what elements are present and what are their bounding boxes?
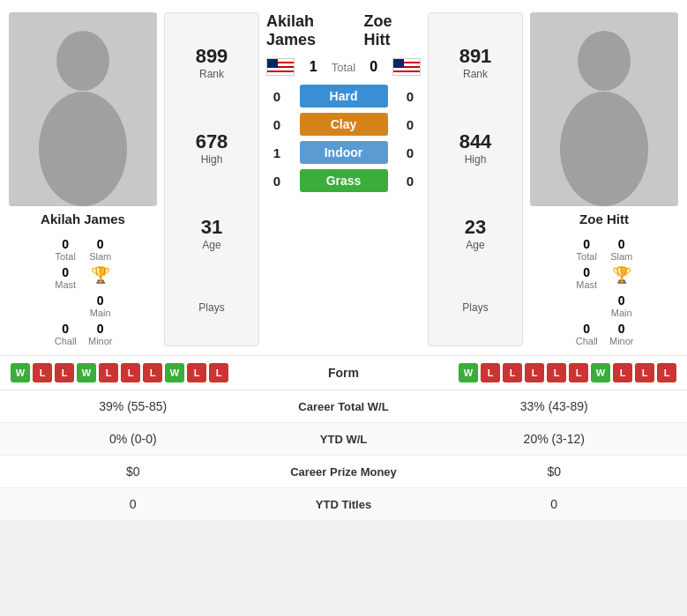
player1-ytd-wl: 0% (0-0) [11, 432, 256, 446]
player1-stats: 0 Total 0 Slam 0 Mast 🏆 0 Main [53, 237, 112, 346]
ytd-wl-label: YTD W/L [256, 433, 432, 446]
form-badge-l: L [481, 363, 500, 382]
player2-ytd-wl: 20% (3-12) [432, 432, 677, 446]
form-badge-l: L [503, 363, 522, 382]
grass-score-p1: 0 [266, 174, 287, 189]
svg-point-4 [578, 31, 631, 91]
form-badge-l: L [55, 363, 74, 382]
player2-mast-val: 0 [583, 265, 590, 279]
player2-total-val: 0 [583, 237, 590, 251]
player1-total-lbl: Total [56, 251, 76, 262]
form-badge-l: L [635, 363, 654, 382]
player2-chall-lbl: Chall [576, 336, 598, 346]
player2-chall-stat: 0 Chall [574, 322, 599, 346]
titles-label: YTD Titles [256, 498, 432, 511]
stats-rows: 39% (55-85) Career Total W/L 33% (43-89)… [0, 390, 687, 521]
player2-high-num: 844 [459, 130, 492, 153]
player2-minor-lbl: Minor [609, 336, 634, 346]
prize-label: Career Prize Money [256, 465, 432, 479]
form-badge-l: L [613, 363, 632, 382]
top-section: Akilah James 0 Total 0 Slam 0 Mast 🏆 [0, 0, 687, 355]
player1-slam-stat: 0 Slam [88, 237, 113, 262]
player2-form: WLLLLLWLLL [459, 363, 676, 382]
center-player1-name: Akilah James [266, 12, 364, 49]
indoor-score-p2: 0 [400, 145, 421, 160]
form-badge-w: W [459, 363, 478, 382]
player2-titles: 0 [432, 497, 677, 511]
indoor-button[interactable]: Indoor [300, 141, 388, 164]
hard-button[interactable]: Hard [300, 85, 388, 108]
form-badge-l: L [525, 363, 544, 382]
form-badge-l: L [547, 363, 566, 382]
player2-minor-stat: 0 Minor [609, 322, 634, 346]
player2-plays-item: Plays [462, 301, 488, 314]
player1-minor-val: 0 [97, 322, 104, 336]
form-badge-w: W [11, 363, 30, 382]
grass-row: 0 Grass 0 [266, 169, 421, 192]
player1-minor-stat: 0 Minor [88, 322, 113, 346]
player2-age-label: Age [465, 239, 486, 251]
player2-main-val: 0 [618, 293, 625, 308]
player2-slam-lbl: Slam [610, 251, 632, 262]
player1-rank-label: Rank [196, 68, 228, 80]
player2-minor-val: 0 [618, 322, 625, 336]
player1-main-val: 0 [97, 293, 104, 308]
svg-point-2 [39, 92, 127, 206]
form-badge-l: L [209, 363, 228, 382]
player1-age-label: Age [201, 239, 222, 251]
player2-main-stat: 0 Main [609, 293, 634, 318]
player1-chall-val: 0 [62, 322, 69, 336]
ytd-wl-row: 0% (0-0) YTD W/L 20% (3-12) [0, 423, 687, 456]
player2-mast-stat: 0 Mast [574, 265, 599, 290]
player1-flag [266, 58, 295, 76]
player1-mast-stat: 0 Mast [53, 265, 78, 290]
player2-high-label: High [459, 153, 492, 166]
total-score-p2: 0 [370, 59, 377, 75]
player2-rank-num: 891 [459, 45, 492, 68]
player1-minor-lbl: Minor [88, 336, 113, 346]
hard-score-p2: 0 [400, 89, 421, 104]
player1-rank-num: 899 [196, 45, 228, 68]
player2-mast-lbl: Mast [576, 279, 597, 290]
player1-main-lbl: Main [90, 308, 111, 318]
player1-name: Akilah James [41, 212, 125, 226]
indoor-score-p1: 1 [266, 145, 287, 160]
player2-age-num: 23 [465, 216, 486, 239]
player2-rank-item: 891 Rank [459, 45, 492, 80]
form-badge-l: L [99, 363, 118, 382]
player2-career-wl: 33% (43-89) [432, 399, 677, 413]
main-container: Akilah James 0 Total 0 Slam 0 Mast 🏆 [0, 0, 687, 521]
player1-high-item: 678 High [196, 130, 228, 166]
center-block: Akilah James Zoe Hitt 1 Total 0 0 Hard 0 [266, 12, 421, 346]
player1-chall-lbl: Chall [55, 336, 77, 346]
player2-block: Zoe Hitt 0 Total 0 Slam 0 Mast 🏆 [530, 12, 678, 346]
player2-prize: $0 [432, 464, 677, 479]
hard-score-p1: 0 [266, 89, 287, 104]
center-player2-name: Zoe Hitt [364, 12, 421, 49]
form-badge-l: L [33, 363, 52, 382]
player1-total-val: 0 [62, 237, 69, 251]
player1-prize: $0 [11, 464, 256, 479]
form-badge-l: L [121, 363, 140, 382]
player1-high-label: High [196, 153, 228, 166]
player1-mast-val: 0 [62, 265, 69, 279]
player1-trophy-cell: 🏆 [88, 265, 113, 290]
clay-button[interactable]: Clay [300, 113, 388, 136]
player1-titles: 0 [11, 497, 256, 511]
player1-chall-stat: 0 Chall [53, 322, 78, 346]
clay-row: 0 Clay 0 [266, 113, 421, 136]
career-wl-row: 39% (55-85) Career Total W/L 33% (43-89) [0, 390, 687, 423]
player1-rank-item: 899 Rank [196, 45, 228, 80]
player2-high-item: 844 High [459, 130, 492, 166]
player1-main-stat: 0 Main [88, 293, 113, 318]
grass-score-p2: 0 [400, 174, 421, 189]
player2-trophy-icon: 🏆 [612, 265, 631, 285]
total-score-p1: 1 [310, 59, 317, 75]
player2-main-lbl: Main [611, 308, 632, 318]
grass-button[interactable]: Grass [300, 169, 388, 192]
titles-row: 0 YTD Titles 0 [0, 488, 687, 521]
career-wl-label: Career Total W/L [256, 400, 432, 413]
total-label: Total [332, 61, 355, 74]
player1-high-num: 678 [196, 130, 228, 153]
player2-total-stat: 0 Total [574, 237, 599, 262]
